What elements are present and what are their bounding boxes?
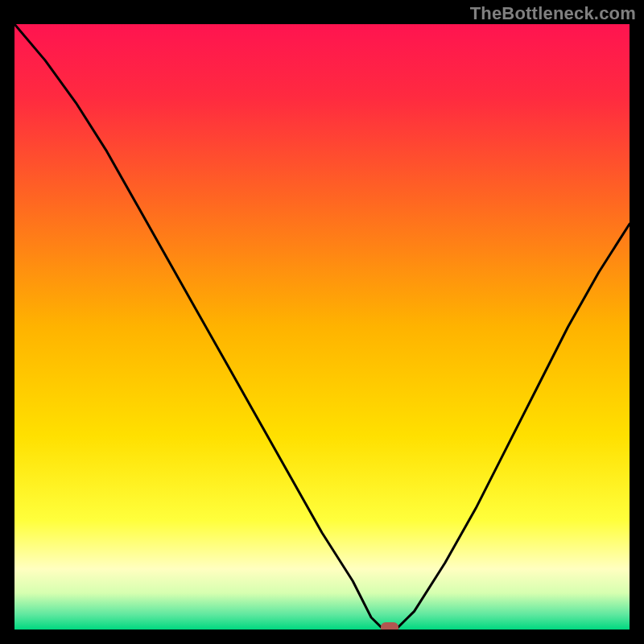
plot-svg: [14, 24, 630, 630]
gradient-background: [14, 24, 630, 630]
plot-area: [14, 24, 630, 630]
attribution-text: TheBottleneck.com: [470, 3, 636, 24]
optimal-marker: [381, 622, 398, 630]
chart-frame: TheBottleneck.com: [0, 0, 644, 644]
